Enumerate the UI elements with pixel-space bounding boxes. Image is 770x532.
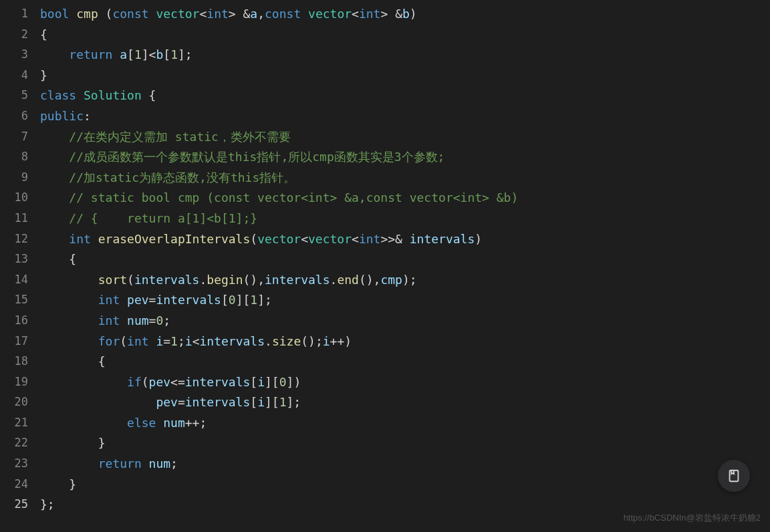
line-number: 15 (7, 290, 28, 311)
line-number: 4 (7, 65, 28, 86)
code-line[interactable]: for(int i=1;i<intervals.size();i++) (40, 331, 770, 352)
line-number: 19 (7, 372, 28, 393)
line-number: 8 (7, 147, 28, 168)
line-number: 14 (7, 270, 28, 291)
line-number: 25 (7, 495, 28, 515)
line-number: 10 (7, 188, 28, 209)
bookmark-icon (727, 469, 741, 483)
code-line[interactable]: public: (40, 106, 770, 127)
line-number: 22 (7, 433, 28, 454)
code-line[interactable]: // static bool cmp (const vector<int> &a… (40, 188, 770, 209)
line-number: 20 (7, 392, 28, 413)
line-number: 17 (7, 331, 28, 352)
line-number: 3 (7, 45, 28, 65)
code-line[interactable]: //成员函数第一个参数默认是this指针,所以cmp函数其实是3个参数; (40, 147, 770, 168)
code-line[interactable]: } (40, 475, 770, 495)
code-line[interactable]: return a[1]<b[1]; (40, 45, 770, 65)
line-number: 7 (7, 127, 28, 148)
line-number: 2 (7, 25, 28, 45)
code-line[interactable]: return num; (40, 454, 770, 475)
line-number: 24 (7, 475, 28, 495)
code-line[interactable]: else num++; (40, 413, 770, 434)
line-number: 1 (7, 4, 28, 25)
code-line[interactable]: sort(intervals.begin(),intervals.end(),c… (40, 270, 770, 291)
line-number: 13 (7, 249, 28, 270)
line-number: 12 (7, 229, 28, 250)
watermark-text: https://bCSDNIn@岩盐特浓牛奶糖2 (624, 511, 761, 525)
code-editor[interactable]: 1234567891011121314151617181920212223242… (0, 0, 770, 532)
code-line[interactable]: if(pev<=intervals[i][0]) (40, 372, 770, 393)
line-number: 16 (7, 311, 28, 331)
code-line[interactable]: bool cmp (const vector<int> &a,const vec… (40, 4, 770, 25)
line-number: 5 (7, 86, 28, 106)
code-line[interactable]: int eraseOverlapIntervals(vector<vector<… (40, 229, 770, 250)
code-line[interactable]: int num=0; (40, 311, 770, 331)
code-line[interactable]: // { return a[1]<b[1];} (40, 209, 770, 229)
code-line[interactable]: { (40, 25, 770, 45)
code-line[interactable]: } (40, 65, 770, 86)
line-number: 21 (7, 413, 28, 434)
line-number: 18 (7, 352, 28, 372)
code-line[interactable]: { (40, 352, 770, 372)
bookmark-fab[interactable] (718, 460, 750, 492)
line-number: 6 (7, 106, 28, 127)
line-number-gutter: 1234567891011121314151617181920212223242… (0, 0, 40, 532)
code-line[interactable]: } (40, 433, 770, 454)
line-number: 11 (7, 209, 28, 229)
code-line[interactable]: //在类内定义需加 static，类外不需要 (40, 127, 770, 148)
code-line[interactable]: { (40, 249, 770, 270)
code-area[interactable]: bool cmp (const vector<int> &a,const vec… (40, 0, 770, 532)
code-line[interactable]: int pev=intervals[0][1]; (40, 290, 770, 311)
code-line[interactable]: class Solution { (40, 86, 770, 106)
code-line[interactable]: pev=intervals[i][1]; (40, 392, 770, 413)
line-number: 23 (7, 454, 28, 475)
code-line[interactable]: //加static为静态函数,没有this指针。 (40, 168, 770, 188)
line-number: 9 (7, 168, 28, 188)
